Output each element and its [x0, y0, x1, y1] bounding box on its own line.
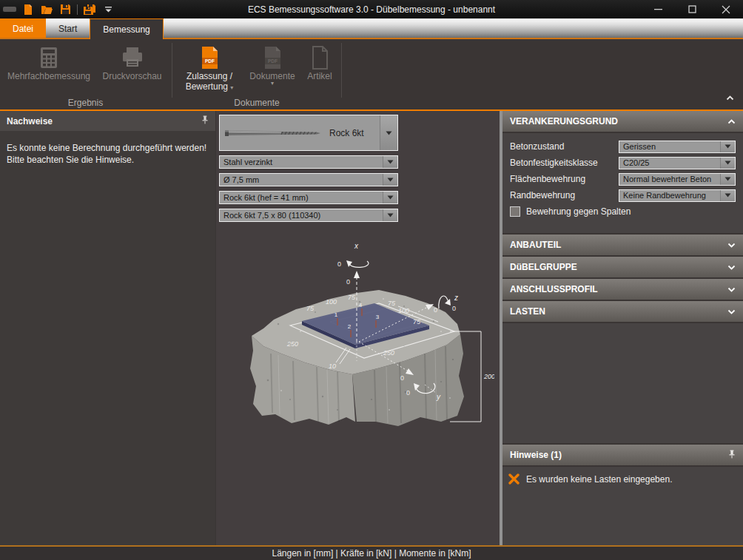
- embedment-dropdown[interactable]: Rock 6kt (hef = 41 mm): [219, 191, 398, 204]
- pdf-icon: PDF: [200, 46, 220, 70]
- artikel-button[interactable]: Artikel: [300, 41, 339, 95]
- open-button[interactable]: [40, 3, 53, 16]
- nachweise-message: Es konnte keine Berechnung durchgeführt …: [0, 131, 215, 166]
- dokumente-button[interactable]: PDF Dokumente ▾: [244, 41, 300, 95]
- pin-icon: [728, 450, 736, 459]
- chevron-down-icon: [720, 141, 735, 152]
- product-panel: Rock 6kt Stahl verzinkt Ø 7,5 mm Rock 6k…: [216, 111, 500, 545]
- svg-text:75: 75: [388, 300, 396, 307]
- app-logo-icon: [3, 7, 16, 12]
- quick-access-toolbar: [0, 0, 115, 18]
- field-label-flaechenbewehrung: Flächenbewehrung: [510, 174, 585, 184]
- calculator-icon: [38, 47, 59, 69]
- chevron-down-icon: [727, 262, 736, 272]
- minimize-button[interactable]: [641, 0, 675, 18]
- svg-text:PDF: PDF: [268, 58, 278, 63]
- document-icon: [311, 46, 329, 70]
- mehrfachbemessung-button[interactable]: Mehrfachbemessung: [1, 41, 96, 95]
- svg-text:PDF: PDF: [205, 58, 215, 63]
- customize-arrow-icon: [104, 5, 112, 13]
- chevron-down-icon: [383, 192, 397, 203]
- save-button[interactable]: [58, 3, 72, 16]
- 3d-model-viewport[interactable]: 1 2 3 4 x z y 0: [219, 235, 494, 457]
- properties-panel: VERANKERUNGSGRUND Betonzustand Gerissen …: [502, 111, 743, 545]
- chevron-down-icon: [380, 115, 397, 150]
- hinweise-body: Es wurden keine Lasten eingegeben.: [502, 467, 743, 545]
- section-header-duebelgruppe[interactable]: DüBELGRUPPE: [502, 257, 743, 277]
- svg-text:75: 75: [413, 318, 421, 325]
- zulassung-bewertung-button[interactable]: PDF Zulassung / Bewertung ▾: [175, 41, 244, 95]
- section-header-lasten[interactable]: LASTEN: [502, 301, 743, 322]
- save-all-button[interactable]: [83, 3, 96, 16]
- new-document-button[interactable]: [21, 3, 35, 16]
- window-controls: [641, 0, 743, 18]
- ribbon-tab-strip: Datei Start Bemessung: [0, 18, 743, 39]
- status-bar: Längen in [mm] | Kräfte in [kN] | Moment…: [0, 545, 743, 560]
- hinweise-header: Hinweise (1): [502, 445, 743, 465]
- minimize-icon: [654, 5, 662, 13]
- hint-item: Es wurden keine Lasten eingegeben.: [502, 467, 743, 485]
- close-button[interactable]: [709, 0, 743, 18]
- betonzustand-dropdown[interactable]: Gerissen: [619, 141, 736, 153]
- section-header-anschlussprofil[interactable]: ANSCHLUSSPROFIL: [502, 279, 743, 300]
- ribbon-group-separator: [172, 43, 172, 98]
- pin-button[interactable]: [201, 115, 209, 126]
- printer-icon: [121, 47, 144, 69]
- open-folder-icon: [41, 4, 53, 15]
- svg-text:4: 4: [359, 302, 363, 308]
- pin-button[interactable]: [728, 450, 736, 461]
- section-header-verankerungsgrund[interactable]: VERANKERUNGSGRUND: [502, 111, 743, 132]
- group-label-ergebnis: Ergebnis: [0, 98, 171, 108]
- svg-text:x: x: [354, 242, 359, 250]
- chevron-down-icon: [720, 158, 735, 169]
- section-header-anbauteil[interactable]: ANBAUTEIL: [502, 235, 743, 255]
- chevron-down-icon: [727, 240, 736, 250]
- svg-text:75: 75: [348, 294, 356, 301]
- svg-text:3: 3: [376, 314, 380, 320]
- diameter-dropdown[interactable]: Ø 7,5 mm: [219, 173, 398, 186]
- chevron-down-icon: [383, 156, 397, 168]
- chevron-down-icon: [383, 174, 397, 186]
- save-all-icon: [83, 4, 96, 16]
- svg-text:y: y: [436, 393, 441, 401]
- tab-datei[interactable]: Datei: [0, 18, 46, 39]
- svg-text:z: z: [454, 294, 458, 302]
- collapse-ribbon-button[interactable]: [726, 90, 734, 104]
- hint-text: Es wurden keine Lasten eingegeben.: [526, 474, 672, 485]
- svg-text:0: 0: [452, 305, 456, 312]
- svg-text:100: 100: [398, 307, 409, 314]
- customize-quick-access-button[interactable]: [101, 3, 115, 16]
- units-status-text: Längen in [mm] | Kräfte in [kN] | Moment…: [272, 548, 471, 559]
- bewehrung-gegen-spalten-checkbox[interactable]: [510, 206, 520, 217]
- ribbon-group-ergebnis: Mehrfachbemessung Druckvorschau Ergebnis: [0, 39, 171, 109]
- nachweise-title: Nachweise: [7, 116, 53, 126]
- randbewehrung-dropdown[interactable]: Keine Randbewehrung: [619, 189, 736, 202]
- field-label-betonfestigkeitsklasse: Betonfestigkeitsklasse: [510, 158, 598, 168]
- chevron-up-icon: [726, 95, 734, 101]
- ribbon: Mehrfachbemessung Druckvorschau Ergebnis: [0, 39, 743, 111]
- svg-text:75: 75: [306, 305, 315, 312]
- product-name: Rock 6kt: [329, 128, 364, 138]
- chevron-down-icon: [383, 209, 397, 221]
- svg-text:0: 0: [406, 389, 410, 397]
- tab-bemessung[interactable]: Bemessung: [90, 18, 163, 39]
- chevron-down-icon: [727, 306, 736, 317]
- betonfestigkeitsklasse-dropdown[interactable]: C20/25: [619, 157, 736, 169]
- svg-text:0: 0: [337, 260, 341, 268]
- svg-text:0: 0: [400, 374, 404, 382]
- nachweise-panel: Nachweise Es konnte keine Berechnung dur…: [0, 111, 215, 545]
- chevron-down-icon: [727, 284, 736, 294]
- article-dropdown[interactable]: Rock 6kt 7,5 x 80 (110340): [219, 209, 398, 222]
- flaechenbewehrung-dropdown[interactable]: Normal bewehrter Beton: [619, 173, 736, 186]
- chevron-down-icon: [720, 190, 735, 201]
- field-label-randbewehrung: Randbewehrung: [510, 190, 575, 200]
- dropdown-arrow-icon: ▾: [230, 84, 233, 91]
- verankerungsgrund-body: Betonzustand Gerissen Betonfestigkeitskl…: [502, 133, 743, 233]
- product-selector[interactable]: Rock 6kt: [219, 115, 398, 151]
- druckvorschau-button[interactable]: Druckvorschau: [96, 41, 168, 95]
- right-panel-empty-area: [502, 323, 743, 443]
- svg-text:200: 200: [483, 373, 494, 380]
- maximize-button[interactable]: [675, 0, 709, 18]
- tab-start[interactable]: Start: [46, 18, 90, 39]
- material-dropdown[interactable]: Stahl verzinkt: [219, 155, 398, 169]
